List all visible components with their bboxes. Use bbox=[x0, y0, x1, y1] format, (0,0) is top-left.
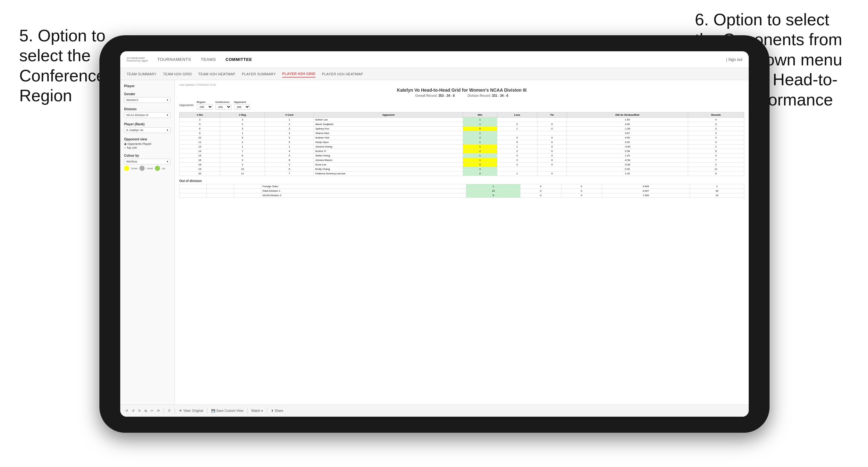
ood-cell-win: 15 bbox=[466, 189, 520, 193]
sidebar: Player Gender Women's ▾ Division NCAA Di… bbox=[120, 80, 175, 405]
out-of-division-header: Out of division bbox=[179, 179, 744, 183]
cell-opponent: Heejo Hyun bbox=[314, 140, 463, 145]
cell-div: 19 bbox=[180, 167, 220, 172]
cell-diff: -3.00 bbox=[567, 145, 688, 149]
cell-opponent: Jessica Mason bbox=[314, 158, 463, 162]
top100-radio[interactable]: ○ Top 100 bbox=[124, 146, 170, 149]
opponent-select[interactable]: (All) bbox=[234, 104, 250, 110]
opponents-filter-label: Opponents: bbox=[179, 103, 194, 107]
cell-rounds: 2 bbox=[688, 162, 744, 167]
undo-button[interactable]: ↺ bbox=[125, 409, 128, 412]
cell-rounds: 3 bbox=[688, 140, 744, 145]
cell-reg: 11 bbox=[220, 172, 265, 176]
nav-tab-tournaments[interactable]: TOURNAMENTS bbox=[157, 56, 191, 63]
player-rank-select[interactable]: 8. Katelyn Vo ▾ bbox=[124, 127, 170, 133]
sub-tab-player-summary[interactable]: PLAYER SUMMARY bbox=[242, 71, 276, 77]
opponent-view-section: Opponent view ◉ Opponents Played ○ Top 1… bbox=[124, 137, 170, 149]
sub-tab-player-h2h-heatmap[interactable]: PLAYER H2H HEATMAP bbox=[322, 71, 363, 77]
cell-win: 1 bbox=[463, 145, 497, 149]
color-down-label: Down bbox=[131, 167, 137, 170]
cell-conf: 2 bbox=[265, 162, 314, 167]
ood-cell-win: 1 bbox=[466, 184, 520, 189]
cell-diff: 3.33 bbox=[567, 140, 688, 145]
table-row: 6 3 3 Sydney Kuo 0 1 0 -1.00 3 bbox=[180, 127, 744, 131]
cell-win: 4 bbox=[463, 167, 497, 172]
color-down bbox=[124, 166, 129, 171]
ood-cell-loss: 0 bbox=[520, 193, 561, 198]
player-rank-label: Player (Rank) bbox=[124, 122, 170, 126]
colour-by-select[interactable]: Win/loss ▾ bbox=[124, 159, 170, 164]
cell-opponent: Jessica Huang bbox=[314, 145, 463, 149]
cell-loss: 0 bbox=[497, 135, 537, 140]
cell-tie bbox=[537, 131, 566, 135]
division-select[interactable]: NCAA Division III ▾ bbox=[124, 112, 170, 118]
nav-tab-committee[interactable]: COMMITTEE bbox=[225, 56, 252, 63]
ood-cell-opponent: NCAA Division 2 bbox=[261, 193, 466, 198]
cell-diff: 1.33 bbox=[567, 172, 688, 176]
sub-tab-team-h2h-grid[interactable]: TEAM H2H GRID bbox=[163, 71, 192, 77]
cell-tie: 0 bbox=[537, 162, 566, 167]
cell-opponent: Stella Cheng bbox=[314, 154, 463, 158]
conference-select[interactable]: (All) bbox=[215, 104, 231, 110]
color-level-label: Level bbox=[147, 167, 153, 170]
cell-opponent: Eunice Yi bbox=[314, 149, 463, 154]
save-custom-button[interactable]: 💾 Save Custom View bbox=[211, 409, 243, 412]
cell-opponent: Andrea York bbox=[314, 135, 463, 140]
toolbar-divider-4 bbox=[247, 408, 248, 414]
nav-tab-teams[interactable]: TEAMS bbox=[201, 56, 216, 63]
cell-loss: 2 bbox=[497, 149, 537, 154]
region-label: Region bbox=[197, 101, 213, 103]
cell-opponent: Euna Lee bbox=[314, 162, 463, 167]
opponents-played-radio[interactable]: ◉ Opponents Played bbox=[124, 142, 170, 146]
cell-reg: 3 bbox=[220, 118, 265, 122]
gender-section: Gender Women's ▾ bbox=[124, 92, 170, 103]
cell-opponent: Esther Lee bbox=[314, 118, 463, 122]
clip-button[interactable]: ✂ bbox=[151, 409, 153, 412]
cell-diff: -1.00 bbox=[567, 127, 688, 131]
division-label: Division bbox=[124, 107, 170, 111]
share-button[interactable]: ⬆ Share bbox=[271, 409, 283, 412]
undo2-button[interactable]: ↺ bbox=[132, 409, 134, 412]
watch-button[interactable]: Watch ▾ bbox=[251, 409, 263, 412]
copy-button[interactable]: ⧉ bbox=[145, 409, 147, 413]
cell-diff: 1.25 bbox=[567, 154, 688, 158]
sub-tab-team-h2h-heatmap[interactable]: TEAM H2H HEATMAP bbox=[198, 71, 235, 77]
ood-cell-opponent: NAIA Division 1 bbox=[261, 189, 466, 193]
view-original-button[interactable]: 👁 View: Original bbox=[179, 409, 203, 412]
cell-loss bbox=[497, 167, 537, 172]
cell-reg: 2 bbox=[220, 140, 265, 145]
gender-select[interactable]: Women's ▾ bbox=[124, 97, 170, 103]
cell-rounds: 7 bbox=[688, 158, 744, 162]
sub-tab-team-summary[interactable]: TEAM SUMMARY bbox=[127, 71, 156, 77]
cell-win: 0 bbox=[463, 162, 497, 167]
region-select[interactable]: (All) bbox=[197, 104, 213, 110]
player-label: Player bbox=[124, 84, 170, 88]
cell-reg: 10 bbox=[220, 167, 265, 172]
grid-title: Katelyn Vo Head-to-Head Grid for Women's… bbox=[179, 88, 744, 93]
out-of-division-table: Foreign Team 1 0 0 4.500 2 NAIA Division… bbox=[179, 184, 744, 198]
cell-div: 20 bbox=[180, 172, 220, 176]
player-section: Player bbox=[124, 84, 170, 88]
cell-div: 11 bbox=[180, 140, 220, 145]
table-row: 19 10 6 Emily Chang 4 0.30 11 bbox=[180, 167, 744, 172]
ood-cell-diff: 7.400 bbox=[602, 193, 690, 198]
save-icon: 💾 bbox=[211, 409, 215, 412]
cell-tie: 0 bbox=[537, 145, 566, 149]
rotate-button[interactable]: ⟳ bbox=[157, 409, 160, 412]
col-win: Win bbox=[463, 113, 497, 118]
col-diff: Diff Av Strokes/Rnd bbox=[567, 113, 688, 118]
sub-tab-player-h2h-grid[interactable]: PLAYER H2H GRID bbox=[282, 70, 315, 77]
cell-reg: 2 bbox=[220, 122, 265, 127]
cell-diff: 1.50 bbox=[567, 118, 688, 122]
sign-out-link[interactable]: Sign out bbox=[728, 57, 742, 62]
cell-div: 9 bbox=[180, 131, 220, 135]
redo-button[interactable]: ↻ bbox=[138, 409, 141, 412]
cell-loss bbox=[497, 118, 537, 122]
cell-win: 1 bbox=[463, 118, 497, 122]
cell-rounds: 3 bbox=[688, 131, 744, 135]
cell-tie: 0 bbox=[537, 122, 566, 127]
clock-button[interactable]: ⏱ bbox=[168, 409, 171, 412]
cell-tie: 0 bbox=[537, 135, 566, 140]
table-row: 20 11 7 Federica Domecq Lacroze 2 1 0 1.… bbox=[180, 172, 744, 176]
cell-tie: 0 bbox=[537, 149, 566, 154]
